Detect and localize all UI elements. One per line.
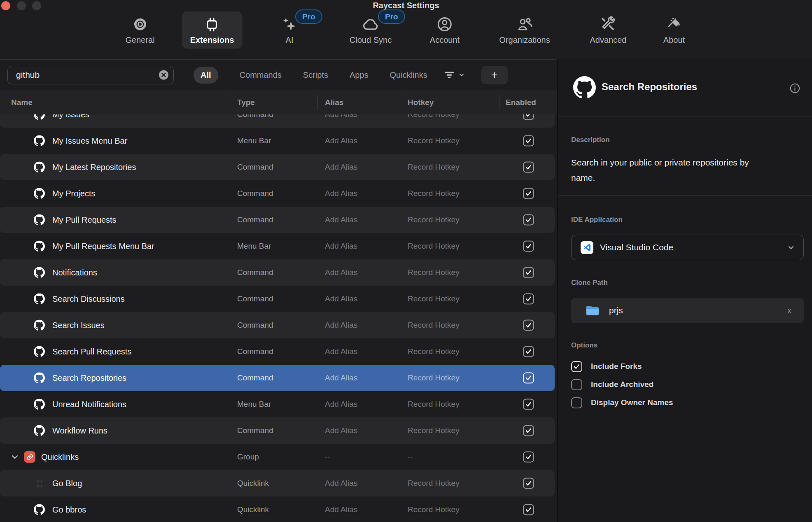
- enabled-checkbox[interactable]: [523, 188, 534, 199]
- table-row[interactable]: Workflow RunsCommandAdd AliasRecord Hotk…: [0, 417, 555, 444]
- record-hotkey-button[interactable]: Record Hotkey: [408, 294, 460, 303]
- tab-general[interactable]: General: [117, 12, 163, 49]
- alias-add-button[interactable]: Add Alias: [325, 189, 357, 198]
- record-hotkey-button[interactable]: Record Hotkey: [408, 347, 460, 356]
- tab-advanced[interactable]: Advanced: [582, 12, 635, 49]
- enabled-checkbox[interactable]: [523, 135, 534, 147]
- alias-add-button[interactable]: Add Alias: [325, 321, 357, 330]
- alias-add-button[interactable]: --: [325, 452, 330, 461]
- table-row[interactable]: My ProjectsCommandAdd AliasRecord Hotkey: [0, 180, 557, 207]
- tab-account[interactable]: Account: [422, 12, 468, 49]
- enabled-checkbox[interactable]: [523, 241, 534, 252]
- alias-add-button[interactable]: Add Alias: [325, 400, 357, 409]
- table-row[interactable]: Search RepositoriesCommandAdd AliasRecor…: [0, 365, 555, 391]
- record-hotkey-button[interactable]: Record Hotkey: [408, 114, 460, 119]
- enabled-checkbox[interactable]: [523, 504, 534, 515]
- add-extension-button[interactable]: +: [481, 66, 508, 84]
- table-row[interactable]: My Latest RepositoriesCommandAdd AliasRe…: [0, 154, 555, 180]
- record-hotkey-button[interactable]: Record Hotkey: [408, 136, 460, 145]
- table-row[interactable]: Unread NotificationsMenu BarAdd AliasRec…: [0, 391, 557, 417]
- enabled-checkbox[interactable]: [523, 267, 534, 278]
- table-row[interactable]: My Pull RequestsCommandAdd AliasRecord H…: [0, 207, 555, 233]
- record-hotkey-button[interactable]: Record Hotkey: [408, 242, 460, 251]
- chevron-down-icon[interactable]: [10, 452, 19, 461]
- table-row[interactable]: My Pull Requests Menu BarMenu BarAdd Ali…: [0, 233, 557, 259]
- record-hotkey-button[interactable]: Record Hotkey: [408, 163, 460, 172]
- tab-about[interactable]: About: [655, 12, 693, 49]
- filter-all[interactable]: All: [194, 67, 218, 84]
- clone-path-field[interactable]: prjs x: [571, 298, 804, 323]
- enabled-checkbox[interactable]: [523, 162, 534, 173]
- table-row[interactable]: Search IssuesCommandAdd AliasRecord Hotk…: [0, 312, 555, 338]
- alias-add-button[interactable]: Add Alias: [325, 479, 357, 488]
- enabled-checkbox[interactable]: [523, 346, 534, 357]
- record-hotkey-button[interactable]: Record Hotkey: [408, 373, 460, 382]
- record-hotkey-button[interactable]: Record Hotkey: [408, 505, 460, 514]
- record-hotkey-button[interactable]: Record Hotkey: [408, 268, 460, 277]
- record-hotkey-button[interactable]: Record Hotkey: [408, 215, 460, 224]
- tab-cloud-sync[interactable]: Cloud SyncPro: [341, 12, 400, 49]
- record-hotkey-button[interactable]: Record Hotkey: [408, 479, 460, 488]
- row-name: My Latest Repositories: [52, 163, 136, 172]
- row-type: Command: [237, 321, 273, 330]
- alias-add-button[interactable]: Add Alias: [325, 373, 357, 382]
- chevron-down-icon: [787, 243, 795, 252]
- filter-apps[interactable]: Apps: [350, 70, 369, 80]
- alias-add-button[interactable]: Add Alias: [325, 136, 357, 145]
- info-button[interactable]: [789, 83, 800, 94]
- enabled-checkbox[interactable]: [523, 373, 534, 384]
- tab-organizations[interactable]: Organizations: [491, 12, 558, 49]
- enabled-checkbox[interactable]: [523, 425, 534, 436]
- alias-add-button[interactable]: Add Alias: [325, 114, 357, 119]
- table-row[interactable]: Search DiscussionsCommandAdd AliasRecord…: [0, 286, 557, 312]
- enabled-checkbox[interactable]: [523, 294, 534, 305]
- record-hotkey-button[interactable]: Record Hotkey: [408, 426, 460, 435]
- enabled-checkbox[interactable]: [523, 478, 534, 489]
- record-hotkey-button[interactable]: Record Hotkey: [408, 321, 460, 330]
- table-row[interactable]: My Issues Menu BarMenu BarAdd AliasRecor…: [0, 128, 557, 154]
- tab-ai[interactable]: AIPro: [273, 12, 306, 49]
- filter-commands[interactable]: Commands: [240, 70, 282, 80]
- alias-add-button[interactable]: Add Alias: [325, 268, 357, 277]
- row-name: Notifications: [52, 268, 97, 277]
- ide-select[interactable]: Visual Studio Code: [571, 235, 804, 260]
- tab-label: About: [663, 35, 685, 44]
- row-type: Group: [237, 452, 259, 461]
- record-hotkey-button[interactable]: --: [408, 452, 413, 461]
- github-icon: [34, 162, 45, 173]
- tab-extensions[interactable]: Extensions: [182, 12, 243, 49]
- alias-add-button[interactable]: Add Alias: [325, 347, 357, 356]
- settings-tabbar: GeneralExtensionsAIProCloud SyncProAccou…: [0, 12, 812, 59]
- enabled-checkbox[interactable]: [523, 399, 534, 410]
- row-type: Command: [237, 268, 273, 277]
- table-row[interactable]: QuicklinksGroup----: [0, 444, 557, 470]
- table-row[interactable]: B3B3Go BlogQuicklinkAdd AliasRecord Hotk…: [0, 470, 555, 496]
- clear-search-button[interactable]: [159, 70, 168, 80]
- alias-add-button[interactable]: Add Alias: [325, 163, 357, 172]
- table-row[interactable]: My IssuesCommandAdd AliasRecord Hotkey: [0, 114, 555, 128]
- alias-add-button[interactable]: Add Alias: [325, 242, 357, 251]
- option-checkbox[interactable]: [571, 379, 582, 390]
- alias-add-button[interactable]: Add Alias: [325, 505, 357, 514]
- enabled-checkbox[interactable]: [523, 114, 534, 120]
- alias-add-button[interactable]: Add Alias: [325, 426, 357, 435]
- clear-clone-path-button[interactable]: x: [787, 306, 791, 315]
- row-type: Menu Bar: [237, 400, 271, 409]
- record-hotkey-button[interactable]: Record Hotkey: [408, 189, 460, 198]
- search-input[interactable]: [8, 70, 173, 80]
- table-row[interactable]: NotificationsCommandAdd AliasRecord Hotk…: [0, 259, 555, 286]
- alias-add-button[interactable]: Add Alias: [325, 215, 357, 224]
- filter-quicklinks[interactable]: Quicklinks: [390, 70, 427, 80]
- enabled-checkbox[interactable]: [523, 452, 534, 463]
- table-row[interactable]: Go bbrosQuicklinkAdd AliasRecord Hotkey: [0, 496, 557, 522]
- table-row[interactable]: Search Pull RequestsCommandAdd AliasReco…: [0, 338, 557, 365]
- enabled-checkbox[interactable]: [523, 320, 534, 331]
- enabled-checkbox[interactable]: [523, 214, 534, 226]
- alias-add-button[interactable]: Add Alias: [325, 294, 357, 303]
- filter-sort-button[interactable]: [443, 69, 465, 81]
- option-checkbox[interactable]: [571, 361, 582, 372]
- option-checkbox[interactable]: [571, 397, 582, 408]
- filter-scripts[interactable]: Scripts: [303, 70, 328, 80]
- record-hotkey-button[interactable]: Record Hotkey: [408, 400, 460, 409]
- row-type: Command: [237, 347, 273, 356]
